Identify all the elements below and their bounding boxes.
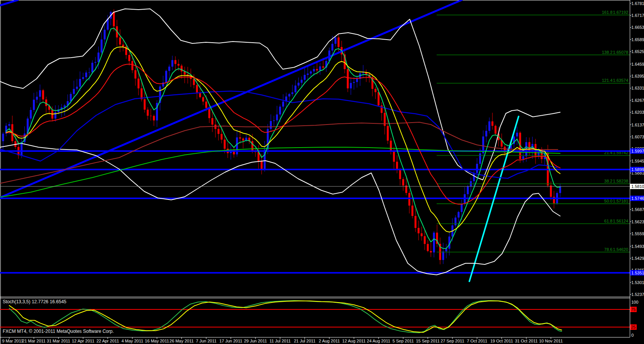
candle	[356, 79, 358, 82]
price-tick-label: 1.52370	[631, 292, 644, 297]
candle	[82, 77, 84, 79]
candle	[138, 78, 140, 88]
date-tick-label: 12 Aug 2011	[342, 339, 366, 343]
fib-price-label: 1.63574	[613, 78, 628, 83]
candle	[119, 37, 121, 45]
candle	[276, 115, 278, 120]
candle	[76, 87, 78, 89]
candle	[73, 89, 75, 94]
candle	[412, 206, 414, 216]
candle	[239, 137, 241, 138]
fib-level-label: 38.2	[604, 179, 612, 183]
stoch-scale-top: 100	[631, 300, 638, 304]
date-tick-label: 27 Sep 2011	[440, 339, 464, 343]
candle	[427, 244, 429, 251]
candle	[396, 162, 398, 170]
stoch-scale-bottom: 0	[631, 333, 634, 337]
candle	[375, 89, 377, 92]
date-tick-label: 31 Mar 2011	[47, 339, 70, 343]
candle	[212, 118, 214, 125]
candle	[402, 179, 404, 186]
indicator-value-signal: 16.6545	[50, 299, 66, 304]
candle	[282, 101, 284, 106]
candle	[304, 75, 306, 80]
date-tick-label: 21 Jul 2011	[294, 339, 315, 343]
candle	[135, 70, 137, 79]
copyright-text: FXCM MT4, © 2001-2011 MetaQuotes Softwar…	[3, 329, 114, 334]
price-tick-label: 1.67170	[631, 13, 644, 18]
indicator-label: Stoch(13,3,5) 12.7726 16.6545	[3, 299, 67, 304]
fib-level-label: 61.8	[604, 219, 612, 223]
candle	[332, 44, 334, 51]
chart-canvas[interactable]: 161.81.67192138.21.65078121.41.6357421.4…	[0, 0, 644, 344]
candle	[224, 140, 226, 149]
candle	[2, 134, 4, 141]
candle	[215, 125, 217, 129]
candle	[150, 116, 152, 116]
candle	[101, 40, 103, 53]
price-tick-label: 1.56230	[631, 219, 644, 224]
date-tick-label: 16 May 2011	[145, 339, 169, 343]
candle	[338, 37, 340, 47]
candle	[322, 66, 324, 68]
candle	[467, 186, 469, 194]
candle	[95, 62, 97, 63]
candle	[319, 66, 321, 71]
candle	[147, 110, 149, 116]
date-tick-label: 9 Mar 2011	[2, 339, 23, 343]
candle	[347, 69, 349, 88]
price-tick-label: 1.63950	[631, 74, 644, 78]
price-tick-label: 1.56870	[631, 207, 644, 212]
date-tick-label: 15 Sep 2011	[416, 339, 440, 343]
candle	[442, 251, 444, 260]
fib-price-label: 1.67192	[613, 10, 628, 15]
date-tick-label: 2 Aug 2011	[319, 339, 340, 343]
date-tick-label: 22 Apr 2011	[97, 339, 119, 343]
candle	[144, 99, 146, 110]
candle	[98, 53, 100, 62]
price-tick-label: 1.60730	[631, 135, 644, 139]
candle	[113, 12, 115, 26]
price-tick-label: 1.55590	[631, 231, 644, 236]
candle	[172, 60, 174, 66]
candle	[455, 218, 457, 225]
candle	[196, 85, 198, 92]
candle	[350, 83, 352, 88]
hline-price-badge-text: 1.57469	[631, 196, 644, 201]
candle	[104, 30, 106, 39]
candle	[70, 94, 72, 101]
candle	[202, 97, 204, 101]
candle	[242, 138, 244, 140]
candle	[433, 233, 435, 253]
candle	[522, 156, 524, 159]
candle	[85, 73, 87, 77]
date-tick-label: 26 May 2011	[170, 339, 194, 343]
date-tick-label: 29 Jun 2011	[244, 339, 267, 343]
candle	[307, 73, 309, 75]
candle	[301, 80, 303, 83]
date-tick-label: 12 Apr 2011	[72, 339, 95, 343]
date-tick-label: 19 Oct 2011	[490, 339, 513, 343]
candle	[486, 131, 487, 136]
fib-price-label: 1.54620	[613, 247, 628, 252]
candle	[430, 251, 432, 253]
fib-price-label: 1.65078	[613, 50, 628, 55]
candle	[36, 97, 38, 100]
candle	[399, 170, 401, 179]
fib-level-label: 161.8	[602, 10, 612, 15]
candle	[390, 141, 392, 151]
hline-price-badge-text: 1.58998	[631, 167, 644, 172]
candle	[458, 212, 460, 218]
candle	[292, 92, 294, 94]
candle	[273, 120, 275, 121]
candle	[550, 186, 552, 197]
candle	[79, 79, 81, 86]
candle	[409, 193, 410, 206]
price-tick-label: 1.54930	[631, 244, 644, 249]
price-tick-label: 1.62670	[631, 98, 644, 103]
candle	[461, 204, 463, 212]
candle	[21, 142, 23, 155]
candle	[415, 216, 417, 228]
date-tick-label: 4 May 2011	[122, 339, 143, 343]
candle	[516, 133, 518, 136]
